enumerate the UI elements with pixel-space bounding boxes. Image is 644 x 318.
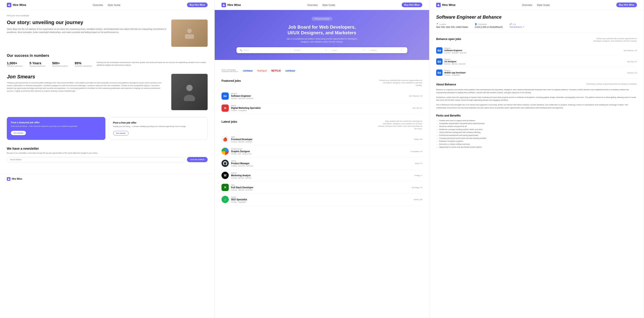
panel-3: Hire Wise Overview Style Guide Buy Hire …	[429, 0, 644, 318]
about-tagline: Unleashing creativity: empowering artist…	[586, 83, 637, 86]
open-job-3[interactable]: Bē Behance Mobile App Developer Contract…	[436, 67, 637, 78]
nav-overview-1[interactable]: Overview	[93, 4, 103, 6]
open-jobs-desc: Unleash your potential with exclusive op…	[592, 38, 637, 42]
logo-2: Hire Wise	[222, 3, 241, 7]
category-arrow: ▼	[401, 50, 402, 51]
company-title: Software Engineer at Behance	[436, 14, 637, 20]
svg-marker-6	[222, 4, 225, 6]
open-jobs-title: Behance open jobs	[436, 38, 461, 41]
meta-employees: 👤 Employees 2,616 (1,059 on RocketReach)	[475, 23, 503, 28]
stats-section: Our success in numbers 1,000+ Satisfied …	[7, 54, 208, 67]
latest-job-6[interactable]: ♪ Spotify SEO Specialist Contract · Nego…	[222, 194, 422, 206]
meta-employees-value: 2,616 (1,059 on RocketReach)	[475, 26, 503, 28]
open-job-meta-2: Full-time · $80,000 - $100,000	[444, 63, 466, 65]
buy-btn-1[interactable]: Buy Hire Wise	[187, 2, 208, 7]
nav-styleguide-3[interactable]: Style Guide	[537, 4, 550, 6]
newsletter-input[interactable]	[7, 157, 185, 162]
open-job-meta-3: Contract · Competitive	[444, 74, 466, 76]
cta-free: Post a free job offer Amplify your job l…	[109, 117, 208, 140]
buy-btn-3[interactable]: Buy Hire Wise	[616, 2, 637, 7]
latest-jobs-section: Latest jobs Stay updated with the newest…	[222, 120, 422, 206]
latest-job-info-6: Spotify SEO Specialist Contract · Negoti…	[231, 196, 247, 203]
featured-job-company-1: Behance	[231, 93, 253, 94]
latest-job-1[interactable]: 🍎 Apple Frontend Developer Full-time · $…	[222, 133, 422, 145]
latest-job-meta-6: Contract · Negotiable	[231, 201, 247, 203]
hero-section-2: Find your next job Job Board for Web Dev…	[215, 10, 429, 60]
latest-job-2[interactable]: Google Chrome Graphic Designer Contract …	[222, 145, 422, 158]
featured-job-location-2: New York, NY	[412, 107, 422, 109]
location-icon: 📍	[436, 23, 438, 25]
svg-rect-2	[185, 34, 194, 39]
p3-main: Software Engineer at Behance 📍 Location …	[429, 10, 644, 153]
latest-job-3[interactable]: GitHub Product Manager Contract · $120,0…	[222, 158, 422, 170]
latest-job-5[interactable]: ✕ Xbox Full Stack Developer Full-time · …	[222, 182, 422, 194]
latest-job-left-1: 🍎 Apple Frontend Developer Full-time · $…	[222, 136, 252, 143]
testimonial-quote: "Finding a job seemed like an insurmount…	[7, 82, 167, 92]
latest-job-location-3: Austin, TX	[415, 163, 422, 164]
stat-value-2: 5 Years	[30, 61, 46, 65]
nav-overview-2[interactable]: Overview	[307, 4, 318, 6]
latest-header: Latest jobs Stay updated with the newest…	[222, 120, 422, 130]
link-label-text: Link	[513, 23, 516, 25]
nav-styleguide-1[interactable]: Style Guide	[108, 4, 120, 6]
logo-netflix: NETFLIX	[271, 70, 281, 72]
open-job-title-2: UX Designer	[444, 60, 466, 63]
latest-job-4[interactable]: M Medium Marketing Analyst Contract · $6…	[222, 170, 422, 182]
levels-select[interactable]: Levels ▼	[330, 49, 366, 51]
perk-text-4: Healthcare coverage including medical, d…	[439, 128, 483, 130]
location-label: Location	[294, 49, 300, 51]
buy-btn-2[interactable]: Buy Hire Wise	[402, 2, 422, 7]
latest-job-logo-1: 🍎	[222, 136, 229, 143]
stats-description: Delving into the remarkable achievements…	[96, 61, 208, 66]
latest-job-company-3: GitHub	[231, 160, 253, 162]
nav-styleguide-2[interactable]: Style Guide	[322, 4, 335, 6]
about-para-2: At Behance, artists have the opportunity…	[436, 96, 637, 102]
navbar-1: Hire Wise Overview Style Guide Buy Hire …	[0, 0, 214, 10]
meta-location-value: New York, New York, United States	[436, 26, 468, 28]
cta-free-title: Post a free job offer	[113, 121, 204, 124]
featured-job-1[interactable]: Bē Behance Software Engineer Full-time ·…	[222, 90, 422, 102]
nav-overview-3[interactable]: Overview	[522, 4, 532, 6]
featured-job-title-1: Software Engineer	[231, 95, 253, 97]
cta-featured-btn[interactable]: Get started	[11, 131, 26, 135]
newsletter-row: Join the waitlist!	[7, 157, 208, 162]
featured-job-2[interactable]: M Marvel Digital Marketing Specialist Co…	[222, 102, 422, 114]
open-job-info-3: Behance Mobile App Developer Contract · …	[444, 70, 466, 76]
open-jobs-section: Behance open jobs Unleash your potential…	[436, 38, 637, 78]
search-icon: 🔍	[240, 49, 242, 51]
perk-text-2: Competitive compensation and performance…	[439, 122, 485, 124]
perk-2: Competitive compensation and performance…	[436, 122, 637, 125]
open-job-title-3: Mobile App Developer	[444, 72, 466, 74]
open-job-1[interactable]: Bē Behance Software Engineer Full-time ·…	[436, 45, 637, 56]
open-job-2[interactable]: Bē Behance UX Designer Full-time · $80,0…	[436, 56, 637, 67]
testimonial-image	[171, 74, 208, 110]
meta-employees-label: 👤 Employees	[475, 23, 503, 25]
cta-free-btn[interactable]: Get started	[113, 131, 128, 136]
testimonial-text: Jon Smears "Finding a job seemed like an…	[7, 74, 167, 110]
panel-1: Hire Wise Overview Style Guide Buy Hire …	[0, 0, 215, 318]
featured-job-company-2: Marvel	[231, 105, 260, 106]
category-select[interactable]: Category ▼	[368, 49, 404, 51]
newsletter-btn[interactable]: Join the waitlist!	[187, 157, 208, 162]
employees-icon: 👤	[475, 23, 477, 25]
featured-job-left-2: M Marvel Digital Marketing Specialist Co…	[222, 104, 260, 112]
latest-job-location-2: Los Angeles, CA	[410, 150, 422, 152]
latest-job-logo-4: M	[222, 172, 229, 179]
about-para-1: Behance is a dynamic and vibrant online …	[436, 88, 637, 94]
latest-job-logo-6: ♪	[222, 196, 229, 203]
perk-text-5: 401(k) retirement savings plan with comp…	[439, 131, 480, 133]
open-job-info-1: Behance Software Engineer Full-time · $1…	[444, 48, 466, 54]
latest-job-meta-1: Full-time · $80,000 - $100,000	[231, 141, 252, 143]
latest-job-location-4: Chicago, IL	[414, 175, 422, 176]
latest-job-title-6: SEO Specialist	[231, 198, 247, 201]
location-select[interactable]: Location ▼	[292, 49, 328, 51]
testimonial-image-inner	[171, 74, 208, 110]
latest-job-meta-5: Full-time · $80,000 - $110,000	[231, 189, 253, 191]
newsletter-title: We have a newsletter	[7, 147, 208, 150]
svg-point-3	[186, 85, 193, 91]
latest-job-title-2: Graphic Designer	[231, 150, 252, 153]
perk-5: 401(k) retirement savings plan with comp…	[436, 131, 637, 134]
breadcrumb-1: Find your next candidate	[7, 14, 208, 17]
latest-job-company-2: Google Chrome	[231, 148, 252, 150]
meta-link-value[interactable]: Visit Behance ↗	[510, 26, 524, 28]
